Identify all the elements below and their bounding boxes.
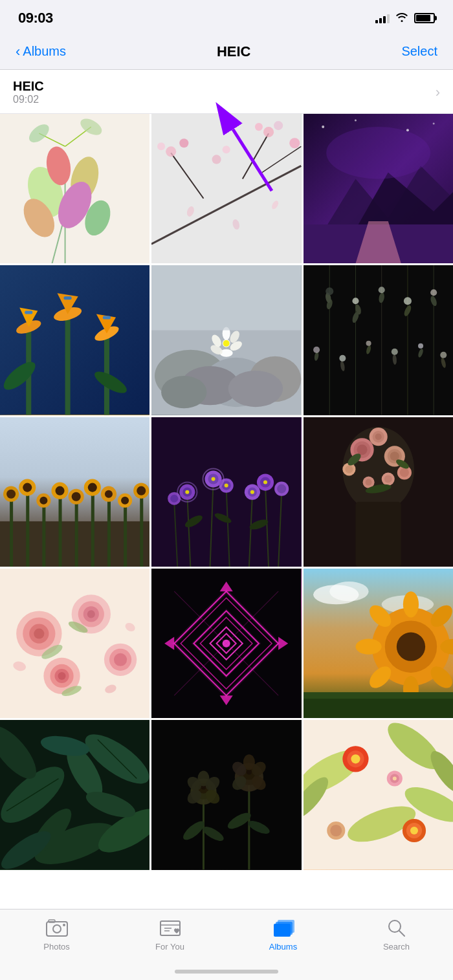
- svg-point-125: [88, 483, 97, 492]
- svg-point-301: [63, 924, 65, 926]
- photo-cell-4[interactable]: [0, 265, 149, 415]
- photo-cell-7[interactable]: [0, 417, 149, 567]
- svg-point-88: [404, 298, 412, 305]
- svg-point-117: [23, 483, 32, 492]
- svg-point-84: [352, 298, 359, 305]
- svg-point-142: [186, 490, 190, 494]
- albums-tab-icon: [272, 917, 294, 939]
- photo-cell-2[interactable]: [151, 114, 301, 263]
- svg-rect-42: [0, 265, 149, 415]
- svg-rect-109: [75, 498, 78, 567]
- svg-point-287: [351, 755, 360, 764]
- svg-point-227: [329, 582, 368, 601]
- svg-point-39: [355, 120, 357, 122]
- svg-point-127: [105, 490, 113, 497]
- svg-rect-107: [42, 501, 45, 567]
- svg-point-25: [255, 123, 263, 131]
- photos-tab-label: Photos: [43, 942, 69, 952]
- svg-point-121: [55, 486, 64, 495]
- svg-rect-72: [151, 265, 301, 331]
- svg-point-175: [375, 433, 381, 440]
- for-you-tab-label: For You: [155, 942, 184, 952]
- svg-point-98: [391, 349, 397, 355]
- svg-point-179: [400, 468, 409, 477]
- svg-point-181: [365, 479, 371, 485]
- svg-rect-53: [64, 297, 72, 300]
- svg-point-71: [223, 340, 230, 347]
- svg-point-115: [6, 489, 16, 498]
- svg-point-123: [72, 492, 81, 501]
- svg-rect-113: [140, 492, 143, 567]
- svg-point-234: [355, 639, 381, 655]
- photo-cell-9[interactable]: [304, 417, 453, 567]
- nav-bar: ‹ Albums HEIC Select: [0, 34, 453, 70]
- photo-cell-10[interactable]: [0, 569, 149, 718]
- svg-rect-52: [25, 311, 32, 314]
- svg-point-156: [170, 494, 178, 502]
- svg-point-151: [250, 490, 254, 494]
- svg-rect-54: [103, 316, 111, 320]
- svg-point-23: [263, 127, 274, 137]
- back-label: Albums: [23, 44, 66, 59]
- svg-point-172: [390, 452, 399, 461]
- tab-for-you[interactable]: For You: [113, 917, 226, 952]
- tab-search[interactable]: Search: [340, 917, 453, 952]
- photo-cell-3[interactable]: [304, 114, 453, 263]
- svg-point-232: [403, 591, 419, 617]
- photo-cell-12[interactable]: [304, 569, 453, 718]
- album-name: HEIC: [13, 79, 44, 94]
- svg-point-295: [330, 825, 342, 836]
- tab-albums[interactable]: Albums: [226, 917, 340, 952]
- photo-cell-13[interactable]: [0, 720, 149, 869]
- svg-point-191: [34, 629, 44, 639]
- svg-point-102: [440, 352, 447, 358]
- chevron-right-icon: ›: [436, 84, 440, 101]
- svg-rect-241: [304, 699, 453, 718]
- for-you-tab-icon: [159, 917, 181, 939]
- status-time: 09:03: [18, 10, 53, 27]
- svg-rect-73: [304, 265, 453, 415]
- photo-cell-6[interactable]: [304, 265, 453, 415]
- svg-point-145: [212, 477, 215, 481]
- photo-cell-8[interactable]: [151, 417, 301, 567]
- svg-point-92: [313, 347, 320, 353]
- album-info-text: HEIC 09:02: [13, 79, 44, 105]
- svg-line-310: [399, 931, 404, 936]
- photo-cell-5[interactable]: [151, 265, 301, 415]
- album-info-row[interactable]: HEIC 09:02 ›: [0, 70, 453, 114]
- svg-rect-108: [59, 492, 62, 567]
- wifi-icon: [395, 12, 409, 25]
- tab-photos[interactable]: Photos: [0, 917, 113, 952]
- photo-grid: [0, 114, 453, 870]
- photo-cell-14[interactable]: [151, 720, 301, 869]
- svg-point-21: [180, 138, 189, 147]
- photo-cell-1[interactable]: [0, 114, 149, 263]
- svg-point-183: [384, 475, 392, 483]
- svg-point-148: [225, 483, 228, 487]
- svg-point-119: [39, 496, 47, 504]
- svg-point-41: [432, 123, 434, 125]
- photo-cell-15[interactable]: [304, 720, 453, 869]
- select-button[interactable]: Select: [401, 44, 437, 59]
- svg-point-177: [345, 465, 353, 473]
- svg-point-94: [339, 355, 346, 362]
- svg-point-22: [157, 142, 165, 150]
- status-icons: [375, 12, 435, 25]
- svg-point-290: [410, 827, 418, 834]
- svg-point-129: [121, 496, 129, 504]
- photos-tab-icon: [46, 917, 68, 939]
- svg-point-81: [326, 288, 333, 296]
- home-indicator: [175, 970, 278, 974]
- svg-point-293: [392, 777, 396, 781]
- svg-point-38: [322, 125, 324, 128]
- svg-point-24: [274, 121, 283, 130]
- photo-cell-11[interactable]: [151, 569, 301, 718]
- svg-point-131: [137, 486, 146, 495]
- album-time: 09:02: [13, 94, 44, 105]
- back-button[interactable]: ‹ Albums: [16, 43, 66, 60]
- svg-point-27: [212, 155, 221, 164]
- svg-rect-110: [91, 488, 94, 567]
- albums-tab-label: Albums: [269, 942, 297, 952]
- svg-point-154: [263, 480, 267, 484]
- svg-rect-111: [107, 495, 111, 567]
